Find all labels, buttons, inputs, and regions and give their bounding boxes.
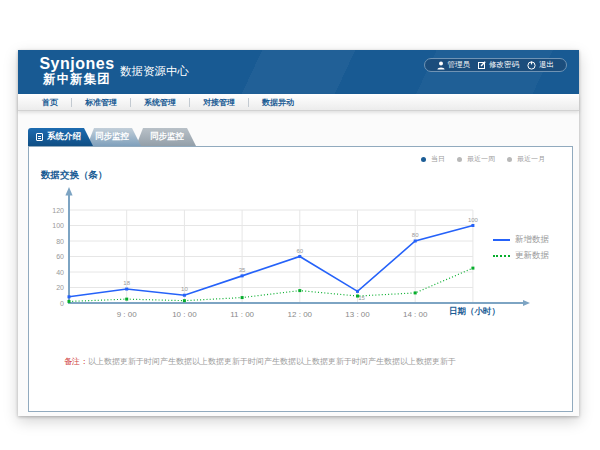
- x-tick-label: 13 : 00: [345, 310, 370, 319]
- legend-line-icon: [493, 255, 510, 257]
- tab-0[interactable]: 系统介绍: [28, 128, 93, 146]
- tab-label: 同步监控: [95, 131, 129, 143]
- data-point-label: 10: [181, 286, 188, 292]
- tab-label: 同步监控: [150, 131, 184, 143]
- data-point-label: 100: [468, 217, 479, 223]
- nav-item-0[interactable]: 首页: [42, 97, 58, 108]
- nav-item-3[interactable]: 对接管理: [203, 97, 235, 108]
- nav-item-1[interactable]: 标准管理: [85, 97, 117, 108]
- y-tick-label: 80: [56, 238, 64, 245]
- data-point: [414, 291, 417, 294]
- y-tick-label: 100: [52, 222, 64, 229]
- data-point-label: 60: [296, 248, 303, 254]
- data-point: [471, 267, 474, 270]
- x-tick-label: 12 : 00: [288, 310, 313, 319]
- logout-label: 退出: [539, 60, 554, 70]
- brand-logo-cn: 新中新集团: [38, 72, 116, 87]
- data-point: [414, 240, 417, 243]
- data-point: [298, 289, 301, 292]
- logout-icon: [527, 61, 536, 70]
- chart-x-title: 日期（小时）: [449, 306, 500, 318]
- change-password-button[interactable]: 修改密码: [474, 60, 523, 70]
- edit-icon: [478, 61, 486, 69]
- content-panel: 当日最近一周最近一月 数据交换（条） 0204060801001209 : 00…: [28, 146, 573, 412]
- app-window: Synjones 新中新集团 数据资源中心 管理员 修改密码 退出 首页标准管理…: [18, 50, 579, 416]
- legend-label: 新增数据: [515, 234, 549, 246]
- data-point: [471, 224, 474, 227]
- nav-item-2[interactable]: 系统管理: [144, 97, 176, 108]
- user-toolbar: 管理员 修改密码 退出: [424, 58, 568, 72]
- y-tick-label: 120: [52, 207, 64, 214]
- data-point: [356, 295, 359, 298]
- nav-separator: [130, 98, 131, 107]
- nav-separator: [189, 98, 190, 107]
- document-icon: [36, 133, 43, 141]
- chart-legend: 新增数据更新数据: [493, 234, 549, 266]
- data-point: [241, 274, 244, 277]
- legend-item-0: 新增数据: [493, 234, 549, 246]
- y-tick-label: 40: [56, 269, 64, 276]
- current-user[interactable]: 管理员: [433, 60, 475, 70]
- brand-logo: Synjones 新中新集团: [38, 55, 116, 87]
- y-axis-arrow: [65, 187, 72, 196]
- tab-1[interactable]: 同步监控: [87, 128, 141, 146]
- data-point: [356, 290, 359, 293]
- x-tick-label: 11 : 00: [230, 310, 254, 319]
- data-point: [241, 296, 244, 299]
- tab-2[interactable]: 同步监控: [136, 128, 196, 146]
- main-nav: 首页标准管理系统管理对接管理数据异动: [18, 94, 579, 111]
- nav-separator: [248, 98, 249, 107]
- tab-label: 系统介绍: [47, 131, 81, 143]
- data-point: [68, 300, 71, 303]
- data-point-label: 35: [239, 267, 246, 273]
- y-tick-label: 60: [56, 253, 64, 260]
- brand-logo-en: Synjones: [38, 55, 116, 72]
- user-icon: [437, 61, 445, 70]
- data-point: [183, 299, 186, 302]
- footnote-text: 以上数据更新于时间产生数据以上数据更新于时间产生数据以上数据更新于时间产生数据以…: [88, 357, 456, 366]
- app-header: Synjones 新中新集团 数据资源中心 管理员 修改密码 退出: [18, 50, 579, 94]
- x-tick-label: 14 : 00: [403, 310, 428, 319]
- y-tick-label: 0: [60, 300, 64, 307]
- page-title: 数据资源中心: [120, 64, 189, 79]
- footnote: 备注：以上数据更新于时间产生数据以上数据更新于时间产生数据以上数据更新于时间产生…: [64, 356, 456, 367]
- data-point: [298, 255, 301, 258]
- y-tick-label: 20: [56, 284, 64, 291]
- change-password-label: 修改密码: [489, 60, 519, 70]
- data-point-label: 15: [358, 295, 365, 301]
- data-point-label: 18: [123, 280, 130, 286]
- x-axis-arrow: [523, 300, 530, 306]
- nav-item-4[interactable]: 数据异动: [262, 97, 294, 108]
- nav-separator: [71, 98, 72, 107]
- x-tick-label: 9 : 00: [117, 310, 138, 319]
- data-point: [183, 294, 186, 297]
- legend-line-icon: [493, 239, 510, 241]
- data-point: [125, 288, 128, 291]
- data-point-label: 80: [412, 232, 419, 238]
- data-point: [68, 295, 71, 298]
- legend-item-1: 更新数据: [493, 250, 549, 262]
- x-tick-label: 10 : 00: [172, 310, 197, 319]
- legend-label: 更新数据: [515, 250, 549, 262]
- current-user-label: 管理员: [448, 60, 471, 70]
- logout-button[interactable]: 退出: [523, 60, 558, 70]
- tab-bar: 系统介绍同步监控同步监控: [28, 128, 196, 146]
- data-point: [125, 298, 128, 301]
- footnote-prefix: 备注：: [64, 357, 88, 366]
